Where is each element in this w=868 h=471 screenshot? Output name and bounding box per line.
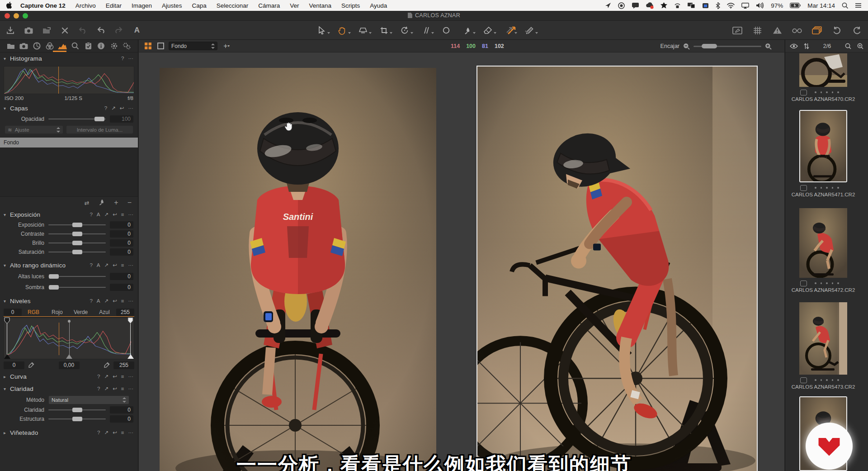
tab-plugins[interactable]	[122, 40, 132, 52]
location-icon[interactable]	[605, 2, 611, 9]
midtone-handle[interactable]	[66, 354, 72, 359]
tab-capture[interactable]	[19, 40, 29, 52]
slider-value[interactable]: 0	[110, 284, 133, 291]
copy-settings-icon[interactable]: ↗	[104, 385, 109, 392]
remove-layer-button[interactable]: −	[127, 199, 132, 207]
help-icon[interactable]: ?	[90, 212, 92, 217]
reset-icon[interactable]: ↩	[113, 298, 117, 304]
thumbnail-item[interactable]: CARLOS AZNAR5472.CR2	[799, 208, 847, 293]
draw-mask-icon[interactable]	[98, 199, 105, 207]
tab-color[interactable]	[44, 40, 55, 52]
panel-title[interactable]: Claridad	[10, 385, 93, 392]
reset-icon[interactable]: ↩	[113, 262, 117, 268]
collapse-icon[interactable]: ▾	[4, 263, 10, 268]
draw-mask-tool[interactable]	[462, 25, 472, 35]
menu-ajustes[interactable]: Ajustes	[162, 2, 182, 9]
select-tool[interactable]	[316, 25, 326, 35]
menu-seleccionar[interactable]: Seleccionar	[217, 2, 249, 9]
spotlight-icon[interactable]	[842, 2, 848, 9]
shadow-handle[interactable]	[4, 354, 10, 359]
redo-circular-button[interactable]	[852, 25, 862, 35]
tab-lens[interactable]	[31, 40, 42, 52]
browser-toggle-button-active[interactable]	[812, 25, 822, 35]
creative-cloud-icon[interactable]	[646, 2, 654, 9]
auto-adjust-icon[interactable]: A	[97, 298, 100, 304]
bluetooth-icon[interactable]	[716, 2, 720, 9]
highlights-slider[interactable]	[48, 273, 106, 280]
delete-button[interactable]	[60, 25, 70, 35]
presets-icon[interactable]: ≡	[121, 262, 124, 268]
channel-azul[interactable]: Azul	[93, 309, 116, 315]
collapse-icon[interactable]: ▸	[4, 430, 10, 435]
select-checkbox[interactable]	[800, 90, 807, 95]
shadow-marker[interactable]	[4, 317, 10, 324]
tab-metadata[interactable]	[96, 40, 107, 52]
menu-archivo[interactable]: Archivo	[75, 2, 96, 9]
menu-capa[interactable]: Capa	[192, 2, 206, 9]
saturation-slider[interactable]	[48, 249, 106, 255]
copy-settings-icon[interactable]: ↗	[104, 211, 109, 218]
help-icon[interactable]: ?	[90, 298, 92, 304]
more-icon[interactable]: ···	[128, 262, 134, 268]
thumbnail-item[interactable]: CARLOS AZNAR5473.CR2	[799, 302, 847, 390]
undo-button[interactable]	[96, 25, 106, 35]
slider-value[interactable]: 0	[110, 415, 133, 423]
menu-scripts[interactable]: Scripts	[341, 2, 360, 9]
menu-ventana[interactable]: Ventana	[309, 2, 332, 9]
add-layer-icon[interactable]: +▾	[222, 42, 231, 51]
opacity-value[interactable]: 100	[110, 115, 133, 123]
menu-camara[interactable]: Cámara	[258, 2, 280, 9]
presets-icon[interactable]: ≡	[121, 374, 124, 379]
slider-value[interactable]: 0	[110, 406, 133, 414]
highlight-picker-icon[interactable]	[104, 362, 110, 368]
loupe-tool[interactable]	[358, 25, 368, 35]
highlight-marker[interactable]	[127, 317, 133, 324]
exposure-warning-button[interactable]	[772, 25, 782, 35]
search-icon[interactable]	[845, 43, 851, 49]
reset-icon[interactable]: ↩	[113, 429, 117, 436]
slider-value[interactable]: 0	[110, 221, 133, 228]
exposure-slider[interactable]	[48, 222, 106, 228]
volume-icon[interactable]	[756, 2, 764, 9]
channel-rgb[interactable]: RGB	[22, 309, 45, 315]
move-adjustments-icon[interactable]: ⇄	[84, 200, 89, 206]
chat-app-icon[interactable]	[632, 2, 639, 9]
brightness-slider[interactable]	[48, 240, 106, 246]
annotate-view-button[interactable]	[732, 25, 742, 35]
capture-button[interactable]	[24, 25, 33, 35]
collapse-icon[interactable]: ▸	[4, 374, 10, 379]
proof-profile-button[interactable]	[792, 25, 802, 35]
move-to-folder-button[interactable]	[42, 25, 52, 35]
rotate-tool[interactable]	[400, 25, 410, 35]
shadow-input[interactable]: 0	[4, 362, 24, 369]
menu-editar[interactable]: Editar	[106, 2, 122, 9]
copy-settings-icon[interactable]: ↗	[111, 105, 116, 111]
notification-center-icon[interactable]	[855, 3, 862, 8]
zoom-mode-label[interactable]: Encajar	[660, 43, 679, 49]
pan-tool-selected[interactable]	[337, 25, 347, 35]
collapse-icon[interactable]: ▾	[4, 299, 10, 304]
select-checkbox[interactable]	[800, 281, 807, 286]
collapse-icon[interactable]: ▾	[4, 212, 10, 217]
add-layer-button[interactable]: +	[114, 199, 118, 207]
copy-settings-icon[interactable]: ↗	[104, 429, 109, 436]
panel-title[interactable]: Curva	[10, 373, 93, 380]
collapse-icon[interactable]: ▾	[4, 386, 10, 391]
menu-imagen[interactable]: Imagen	[132, 2, 152, 9]
redo-button[interactable]	[114, 25, 124, 35]
slider-value[interactable]: 0	[110, 248, 133, 256]
shadow-slider[interactable]	[48, 284, 106, 290]
auto-adjust-icon[interactable]: A	[97, 262, 100, 268]
midtone-input[interactable]: 0,00	[59, 362, 80, 369]
panel-title[interactable]: Histograma	[10, 55, 117, 62]
grid-overlay-button[interactable]	[752, 25, 762, 35]
layer-row-fondo[interactable]: Fondo	[0, 138, 138, 147]
menu-ayuda[interactable]: Ayuda	[370, 2, 387, 9]
tab-details[interactable]	[70, 40, 81, 52]
highlight-input[interactable]: 255	[113, 362, 134, 369]
panel-title[interactable]: Viñeteado	[10, 429, 93, 436]
viewer-layer-select[interactable]: Fondo	[169, 42, 217, 50]
pick-white-balance-tool[interactable]	[506, 25, 516, 35]
hotspot-lock-icon[interactable]	[674, 2, 681, 9]
more-icon[interactable]: ···	[128, 374, 134, 379]
